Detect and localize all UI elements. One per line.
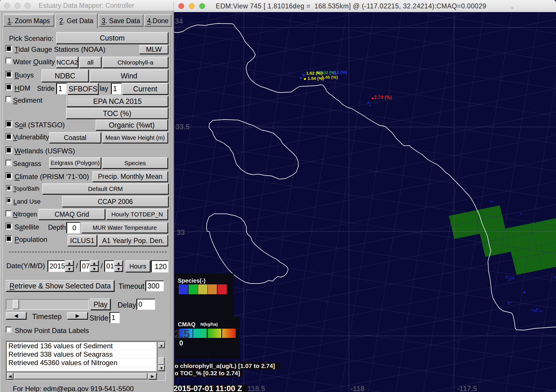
- svg-text:N(kg/ha): N(kg/ha): [200, 322, 218, 327]
- svg-text:Species(-): Species(-): [178, 277, 206, 284]
- svg-text:o chlorophyll_a(ug/L) [1.07 to: o chlorophyll_a(ug/L) [1.07 to 2.74]: [175, 362, 275, 369]
- svg-text:0.: 0.: [302, 72, 306, 77]
- svg-text:34: 34: [175, 17, 183, 25]
- svg-text:1.2 (%): 1.2 (%): [333, 70, 347, 75]
- svg-text:-118.5: -118.5: [245, 384, 265, 392]
- svg-text:o TOC_% [0.32 to 2.74]: o TOC_% [0.32 to 2.74]: [175, 370, 240, 376]
- svg-text:2.74 (%): 2.74 (%): [374, 95, 392, 100]
- svg-text:33.5: 33.5: [175, 123, 190, 131]
- svg-text:2015-07-01 11:00 Z: 2015-07-01 11:00 Z: [173, 384, 242, 392]
- svg-text:2.5: 2.5: [174, 328, 190, 340]
- svg-text:33: 33: [177, 228, 185, 236]
- svg-text:0: 0: [179, 339, 183, 347]
- svg-text:1.46 (%): 1.46 (%): [321, 75, 338, 80]
- svg-text:1.62 (%): 1.62 (%): [306, 71, 323, 76]
- svg-text:CMAQ: CMAQ: [178, 321, 195, 327]
- svg-text:-117.5: -117.5: [457, 384, 477, 392]
- svg-text:-118: -118: [350, 384, 365, 392]
